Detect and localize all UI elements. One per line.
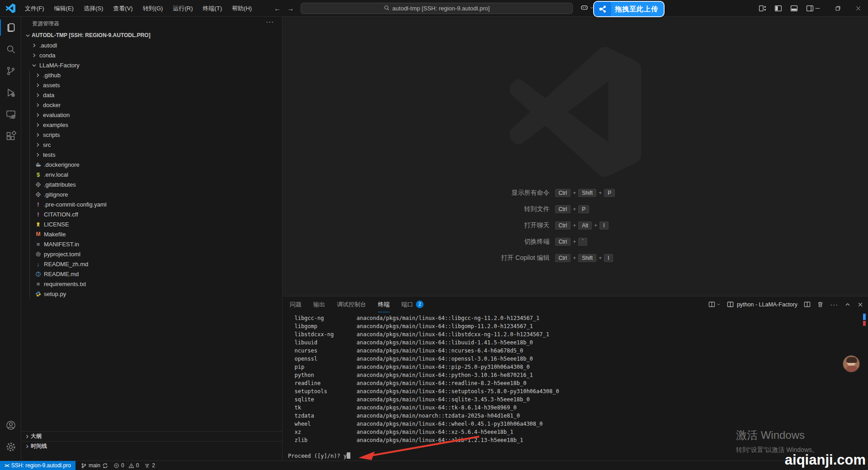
tree-file-row[interactable]: .gitattributes	[21, 179, 282, 189]
copilot-menu[interactable]	[580, 3, 594, 12]
extensions-icon[interactable]	[0, 125, 21, 147]
tree-file-row[interactable]: ≡requirements.txt	[21, 279, 282, 289]
tree-folder-row[interactable]: .github	[21, 70, 282, 80]
plus-separator: +	[573, 222, 576, 229]
menu-item[interactable]: 查看(V)	[108, 3, 137, 14]
tree-item-label: requirements.txt	[44, 281, 86, 287]
menu-item[interactable]: 运行(R)	[168, 3, 198, 14]
tree-folder-row[interactable]: tests	[21, 150, 282, 160]
panel-more-actions-icon[interactable]: ···	[830, 301, 838, 308]
customize-layout-icon[interactable]	[759, 5, 766, 12]
terminal-tab[interactable]: python - LLaMA-Factory	[727, 301, 797, 308]
tree-file-row[interactable]: README.md	[21, 269, 282, 279]
shortcut-row: 打开 Copilot 编辑Ctrl+Shift+I	[283, 250, 848, 266]
tree-file-row[interactable]: LICENSE	[21, 219, 282, 229]
source-control-icon[interactable]	[0, 60, 21, 82]
search-value: autodl-tmp [SSH: region-9.autodl.pro]	[392, 5, 490, 12]
tree-folder-row[interactable]: scripts	[21, 130, 282, 140]
tree-folder-row[interactable]: evaluation	[21, 110, 282, 120]
new-terminal-dropdown[interactable]	[708, 301, 721, 308]
panel-tab[interactable]: 输出	[313, 296, 325, 312]
menu-item[interactable]: 文件(F)	[20, 3, 49, 14]
run-debug-icon[interactable]	[0, 82, 21, 103]
tree-folder-row[interactable]: LLaMA-Factory	[21, 60, 282, 70]
timeline-section[interactable]: 时间线	[21, 441, 282, 451]
tree-item-label: .pre-commit-config.yaml	[44, 201, 107, 208]
forward-icon[interactable]: →	[287, 5, 294, 12]
panel-tab[interactable]: 终端	[378, 296, 390, 312]
upload-label: 拖拽至此上传	[611, 5, 664, 14]
outline-section[interactable]: 大纲	[21, 431, 282, 441]
split-terminal-icon[interactable]	[804, 301, 811, 308]
menu-item[interactable]: 终端(T)	[198, 3, 227, 14]
terminal-scrollbar-mark[interactable]	[863, 314, 866, 320]
ports-item[interactable]: 2	[144, 462, 155, 469]
remote-indicator[interactable]: >< SSH: region-9.autodl.pro	[0, 461, 75, 470]
toggle-sidebar-icon[interactable]	[774, 5, 782, 12]
tree-file-row[interactable]: ↓README_zh.md	[21, 259, 282, 269]
tree-item-label: setup.py	[44, 291, 66, 297]
back-icon[interactable]: ←	[274, 5, 281, 12]
command-center-search[interactable]: autodl-tmp [SSH: region-9.autodl.pro]	[301, 3, 573, 14]
terminal-output[interactable]: libgcc-ng anaconda/pkgs/main/linux-64::l…	[288, 314, 858, 444]
upload-drop-button[interactable]: 拖拽至此上传	[593, 1, 665, 17]
tree-root-folder[interactable]: AUTODL-TMP [SSH: REGION-9.AUTODL.PRO]	[21, 30, 282, 40]
maximize-panel-icon[interactable]	[844, 301, 851, 308]
tree-file-row[interactable]: .dockerignore	[21, 160, 282, 169]
more-actions-icon[interactable]: ···	[266, 18, 274, 25]
panel-tab[interactable]: 问题	[290, 296, 302, 312]
keycap: Ctrl	[555, 189, 571, 197]
tree-file-row[interactable]: $.env.local	[21, 169, 282, 179]
restore-button[interactable]	[828, 0, 848, 17]
tree-folder-row[interactable]: examples	[21, 120, 282, 130]
docker-icon	[34, 161, 42, 168]
tree-item-label: src	[43, 141, 51, 148]
tree-folder-row[interactable]: .autodl	[21, 40, 282, 50]
explorer-icon[interactable]	[0, 17, 21, 38]
shortcut-row: 打开聊天Ctrl+Alt+I	[283, 217, 848, 234]
tree-folder-row[interactable]: assets	[21, 80, 282, 90]
tree-folder-row[interactable]: docker	[21, 100, 282, 110]
account-icon[interactable]	[0, 414, 21, 436]
menu-item[interactable]: 转到(G)	[138, 3, 168, 14]
menu-item[interactable]: 选择(S)	[79, 3, 108, 14]
chevron-right-icon	[34, 152, 42, 158]
tree-folder-row[interactable]: data	[21, 90, 282, 100]
tree-file-row[interactable]: setup.py	[21, 289, 282, 299]
tree-file-row[interactable]: .gitignore	[21, 189, 282, 199]
panel-tab-label: 终端	[378, 301, 390, 309]
settings-gear-icon[interactable]	[0, 436, 21, 458]
close-panel-icon[interactable]	[857, 301, 863, 308]
branch-item[interactable]: main	[81, 462, 108, 469]
remote-explorer-icon[interactable]	[0, 103, 21, 125]
tree-file-row[interactable]: !CITATION.cff	[21, 209, 282, 219]
tree-folder-row[interactable]: conda	[21, 50, 282, 60]
tree-item-label: .dockerignore	[44, 161, 80, 168]
problems-item[interactable]: 0 0	[113, 462, 139, 469]
toggle-panel-icon[interactable]	[790, 5, 798, 12]
panel-tab[interactable]: 调试控制台	[337, 296, 366, 312]
tree-file-row[interactable]: !.pre-commit-config.yaml	[21, 199, 282, 209]
terminal-scrollbar-mark[interactable]	[863, 321, 866, 326]
terminal-prompt-line[interactable]: Proceed ([y]/n)? y	[288, 452, 350, 459]
search-view-icon[interactable]	[0, 38, 21, 60]
panel-tab[interactable]: 端口2	[401, 296, 424, 312]
tree-file-row[interactable]: pyproject.toml	[21, 249, 282, 259]
avatar[interactable]	[843, 355, 860, 372]
tree-folder-row[interactable]: src	[21, 140, 282, 150]
warnings-icon	[128, 463, 134, 469]
shortcut-keys: Ctrl+Alt+I	[555, 221, 704, 230]
chevron-right-icon	[34, 72, 42, 78]
makefile-icon: M	[34, 231, 42, 237]
explorer-sidebar: 资源管理器 ··· AUTODL-TMP [SSH: REGION-9.AUTO…	[21, 17, 283, 461]
tree-file-row[interactable]: MMakefile	[21, 229, 282, 239]
menu-item[interactable]: 编辑(E)	[49, 3, 79, 14]
tree-item-label: Makefile	[44, 231, 66, 238]
tree-file-row[interactable]: ≡MANIFEST.in	[21, 239, 282, 249]
menu-item[interactable]: 帮助(H)	[227, 3, 257, 14]
close-button[interactable]	[848, 0, 868, 17]
minimize-button[interactable]	[807, 0, 828, 17]
plus-separator: +	[594, 222, 597, 229]
menubar: 文件(F)编辑(E)选择(S)查看(V)转到(G)运行(R)终端(T)帮助(H)	[20, 0, 257, 17]
kill-terminal-icon[interactable]	[817, 301, 824, 308]
